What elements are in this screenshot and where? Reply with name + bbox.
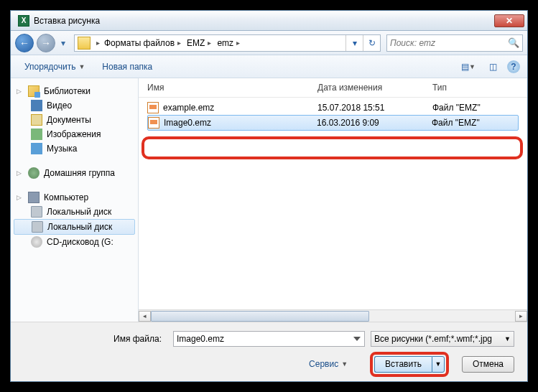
- nav-homegroup[interactable]: ▷Домашняя группа: [11, 166, 138, 180]
- toolbar: Упорядочить ▼ Новая папка ▤ ▼ ◫ ?: [11, 55, 527, 78]
- file-type-filter[interactable]: Все рисунки (*.emf;*.wmf;*.jpg▼: [371, 331, 514, 347]
- insert-button-group: Вставить ▼: [374, 356, 445, 373]
- horizontal-scrollbar[interactable]: ◂ ▸: [139, 309, 527, 322]
- annotation-highlight: [142, 136, 523, 159]
- view-options-button[interactable]: ▤ ▼: [458, 59, 478, 75]
- address-bar[interactable]: ▸ Форматы файлов▸ EMZ▸ emz▸ ▾ ↻: [74, 34, 381, 52]
- nav-computer[interactable]: ▷Компьютер: [11, 190, 138, 205]
- breadcrumb-segment[interactable]: EMZ▸: [185, 35, 215, 51]
- search-box[interactable]: 🔍: [386, 34, 523, 52]
- nav-libraries[interactable]: ▷Библиотеки: [11, 84, 138, 98]
- filename-label: Имя файла:: [24, 334, 167, 344]
- file-list-pane: Имя Дата изменения Тип example.emz 15.07…: [139, 78, 527, 322]
- breadcrumb-dropdown[interactable]: ▾: [345, 35, 363, 51]
- dialog-footer: Имя файла: Все рисунки (*.emf;*.wmf;*.jp…: [11, 322, 527, 381]
- column-type[interactable]: Тип: [432, 83, 519, 93]
- excel-icon: [18, 15, 29, 27]
- new-folder-button[interactable]: Новая папка: [96, 58, 159, 75]
- filename-input[interactable]: [173, 331, 365, 347]
- nav-localdisk-selected[interactable]: Локальный диск: [14, 219, 135, 235]
- emz-file-icon: [148, 117, 159, 129]
- scroll-thumb[interactable]: [151, 311, 369, 322]
- insert-picture-dialog: Вставка рисунка ✕ ← → ▾ ▸ Форматы файлов…: [10, 10, 528, 382]
- nav-music[interactable]: Музыка: [11, 141, 138, 156]
- cancel-button[interactable]: Отмена: [462, 356, 514, 373]
- organize-button[interactable]: Упорядочить ▼: [18, 58, 91, 75]
- navigation-pane: ▷Библиотеки Видео Документы Изображения …: [11, 78, 139, 322]
- file-row-selected[interactable]: Image0.emz 16.03.2016 9:09 Файл "EMZ": [147, 115, 519, 131]
- titlebar: Вставка рисунка ✕: [11, 11, 527, 31]
- nav-cddrive[interactable]: CD-дисковод (G:: [11, 235, 138, 249]
- dialog-title: Вставка рисунка: [34, 16, 494, 26]
- scroll-right-button[interactable]: ▸: [515, 311, 527, 322]
- column-date[interactable]: Дата изменения: [317, 83, 432, 93]
- column-name[interactable]: Имя: [147, 83, 317, 93]
- column-headers: Имя Дата изменения Тип: [139, 78, 527, 98]
- service-button[interactable]: Сервис ▼: [302, 355, 354, 373]
- breadcrumb-root-arrow[interactable]: ▸: [93, 39, 103, 47]
- search-input[interactable]: [390, 38, 508, 48]
- scroll-left-button[interactable]: ◂: [139, 311, 151, 322]
- history-dropdown[interactable]: ▾: [58, 36, 68, 50]
- folder-icon: [78, 37, 91, 50]
- emz-file-icon: [147, 102, 159, 113]
- nav-images[interactable]: Изображения: [11, 127, 138, 141]
- navigation-bar: ← → ▾ ▸ Форматы файлов▸ EMZ▸ emz▸ ▾ ↻ 🔍: [11, 31, 527, 55]
- nav-video[interactable]: Видео: [11, 98, 138, 113]
- back-button[interactable]: ←: [15, 34, 34, 52]
- dialog-body: ▷Библиотеки Видео Документы Изображения …: [11, 78, 527, 322]
- nav-documents[interactable]: Документы: [11, 113, 138, 127]
- preview-pane-button[interactable]: ◫: [483, 59, 503, 75]
- nav-localdisk[interactable]: Локальный диск: [11, 205, 138, 219]
- close-button[interactable]: ✕: [494, 14, 524, 27]
- file-row[interactable]: example.emz 15.07.2018 15:51 Файл "EMZ": [147, 101, 519, 115]
- forward-button[interactable]: →: [37, 34, 55, 52]
- breadcrumb-segment[interactable]: Форматы файлов▸: [103, 35, 185, 51]
- refresh-button[interactable]: ↻: [363, 35, 380, 51]
- insert-button[interactable]: Вставить: [374, 356, 432, 373]
- search-icon: 🔍: [508, 37, 519, 48]
- breadcrumb-segment[interactable]: emz▸: [215, 35, 244, 51]
- insert-dropdown[interactable]: ▼: [432, 356, 445, 373]
- file-list: example.emz 15.07.2018 15:51 Файл "EMZ" …: [139, 98, 527, 309]
- help-button[interactable]: ?: [507, 60, 520, 73]
